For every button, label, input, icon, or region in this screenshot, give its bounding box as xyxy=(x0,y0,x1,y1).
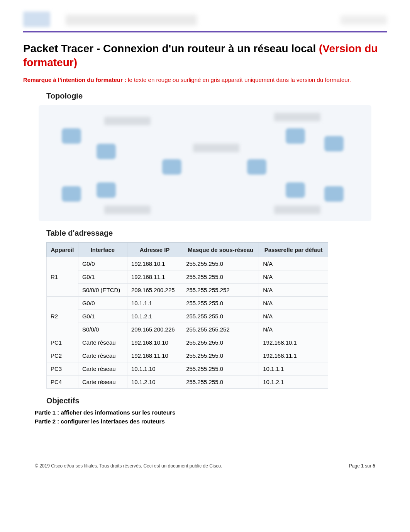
table-row: G0/1 10.1.2.1 255.255.255.0 N/A xyxy=(47,309,328,323)
cell-device: R2 xyxy=(47,296,78,336)
cell-ip: 10.1.1.1 xyxy=(127,296,182,309)
objective-line-2: Partie 2 : configurer les interfaces des… xyxy=(35,418,387,425)
cell-mask: 255.255.255.0 xyxy=(182,336,259,349)
cell-interface: Carte réseau xyxy=(78,362,127,375)
table-row: R2 G0/0 10.1.1.1 255.255.255.0 N/A xyxy=(47,296,328,309)
cell-ip: 10.1.2.10 xyxy=(127,375,182,388)
cell-mask: 255.255.255.252 xyxy=(182,283,259,296)
cell-interface: G0/1 xyxy=(78,309,127,323)
cell-mask: 255.255.255.0 xyxy=(182,349,259,362)
topology-diagram xyxy=(39,105,371,221)
header-right-placeholder xyxy=(341,15,387,25)
section-objectives-heading: Objectifs xyxy=(46,396,387,405)
cell-interface: Carte réseau xyxy=(78,349,127,362)
footer-page-number: Page 1 sur 5 xyxy=(349,463,375,469)
cell-ip: 10.1.1.10 xyxy=(127,362,182,375)
cell-interface: G0/1 xyxy=(78,270,127,283)
col-mask: Masque de sous-réseau xyxy=(182,242,259,257)
cell-gateway: 10.1.1.1 xyxy=(259,362,328,375)
cell-interface: S0/0/0 xyxy=(78,323,127,336)
cell-ip: 192.168.10.10 xyxy=(127,336,182,349)
cell-device: PC1 xyxy=(47,336,78,349)
cell-ip: 10.1.2.1 xyxy=(127,309,182,323)
section-topology-heading: Topologie xyxy=(46,92,387,100)
table-header-row: Appareil Interface Adresse IP Masque de … xyxy=(47,242,328,257)
cell-ip: 209.165.200.226 xyxy=(127,323,182,336)
table-row: PC4 Carte réseau 10.1.2.10 255.255.255.0… xyxy=(47,375,328,388)
table-row: G0/1 192.168.11.1 255.255.255.0 N/A xyxy=(47,270,328,283)
cell-interface: S0/0/0 (ETCD) xyxy=(78,283,127,296)
cell-mask: 255.255.255.0 xyxy=(182,270,259,283)
cell-ip: 209.165.200.225 xyxy=(127,283,182,296)
cell-interface: Carte réseau xyxy=(78,375,127,388)
addressing-table: Appareil Interface Adresse IP Masque de … xyxy=(46,242,328,389)
col-interface: Interface xyxy=(78,242,127,257)
note-bold: Remarque à l'intention du formateur : xyxy=(23,76,128,83)
table-row: S0/0/0 (ETCD) 209.165.200.225 255.255.25… xyxy=(47,283,328,296)
cell-mask: 255.255.255.0 xyxy=(182,362,259,375)
cell-ip: 192.168.10.1 xyxy=(127,257,182,270)
table-row: PC3 Carte réseau 10.1.1.10 255.255.255.0… xyxy=(47,362,328,375)
page-title: Packet Tracer - Connexion d'un routeur à… xyxy=(23,42,387,70)
cell-device: PC2 xyxy=(47,349,78,362)
cell-gateway: N/A xyxy=(259,296,328,309)
cell-device: PC4 xyxy=(47,375,78,388)
cell-mask: 255.255.255.0 xyxy=(182,296,259,309)
table-row: R1 G0/0 192.168.10.1 255.255.255.0 N/A xyxy=(47,257,328,270)
cell-gateway: N/A xyxy=(259,309,328,323)
cell-ip: 192.168.11.1 xyxy=(127,270,182,283)
page-label-before: Page xyxy=(349,463,361,469)
cell-interface: Carte réseau xyxy=(78,336,127,349)
footer-left: © 2019 Cisco et/ou ses filiales. Tous dr… xyxy=(35,463,222,469)
page-current: 1 xyxy=(361,463,364,469)
page-total: 5 xyxy=(373,463,375,469)
objective-line-1: Partie 1 : afficher des informations sur… xyxy=(35,409,387,416)
cell-mask: 255.255.255.252 xyxy=(182,323,259,336)
cell-gateway: N/A xyxy=(259,323,328,336)
cell-mask: 255.255.255.0 xyxy=(182,375,259,388)
col-device: Appareil xyxy=(47,242,78,257)
document-page: Packet Tracer - Connexion d'un routeur à… xyxy=(0,0,410,484)
note-text: le texte en rouge ou surligné en gris ap… xyxy=(128,76,351,83)
section-addressing-heading: Table d'adressage xyxy=(46,229,387,238)
instructor-note: Remarque à l'intention du formateur : le… xyxy=(23,76,387,84)
cell-gateway: 192.168.10.1 xyxy=(259,336,328,349)
cell-device: PC3 xyxy=(47,362,78,375)
cell-device: R1 xyxy=(47,257,78,296)
title-main: Packet Tracer - Connexion d'un routeur à… xyxy=(23,42,319,54)
col-gateway: Passerelle par défaut xyxy=(259,242,328,257)
cell-gateway: N/A xyxy=(259,257,328,270)
cell-gateway: 10.1.2.1 xyxy=(259,375,328,388)
cell-gateway: N/A xyxy=(259,270,328,283)
cell-mask: 255.255.255.0 xyxy=(182,257,259,270)
cell-gateway: N/A xyxy=(259,283,328,296)
cell-interface: G0/0 xyxy=(78,257,127,270)
table-row: PC2 Carte réseau 192.168.11.10 255.255.2… xyxy=(47,349,328,362)
page-label-mid: sur xyxy=(364,463,373,469)
cell-ip: 192.168.11.10 xyxy=(127,349,182,362)
document-header xyxy=(23,12,387,32)
col-ip: Adresse IP xyxy=(127,242,182,257)
cell-gateway: 192.168.11.1 xyxy=(259,349,328,362)
cell-mask: 255.255.255.0 xyxy=(182,309,259,323)
cell-interface: G0/0 xyxy=(78,296,127,309)
table-row: PC1 Carte réseau 192.168.10.10 255.255.2… xyxy=(47,336,328,349)
table-row: S0/0/0 209.165.200.226 255.255.255.252 N… xyxy=(47,323,328,336)
page-footer: © 2019 Cisco et/ou ses filiales. Tous dr… xyxy=(23,463,387,469)
